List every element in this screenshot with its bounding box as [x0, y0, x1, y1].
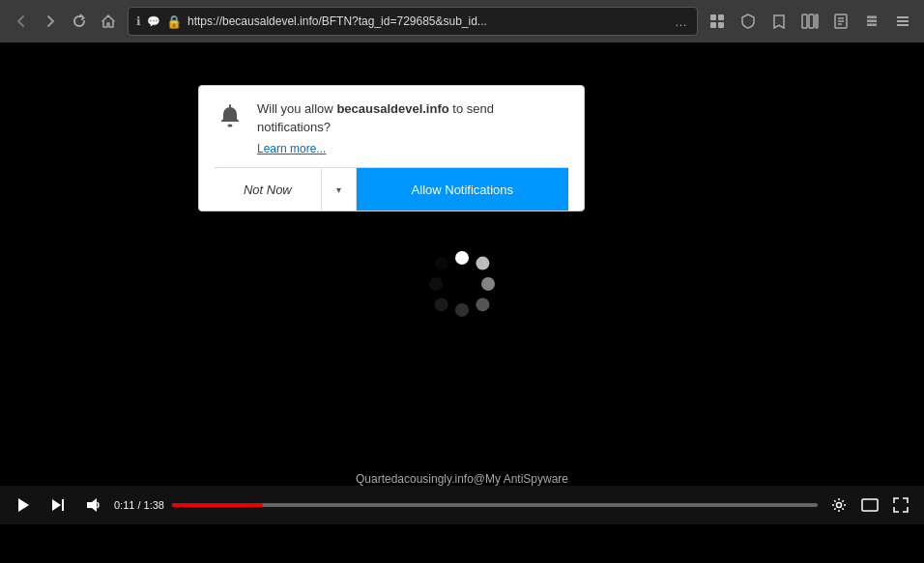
svg-rect-28 [62, 499, 64, 511]
volume-button[interactable] [79, 492, 106, 519]
svg-point-19 [476, 256, 489, 269]
svg-point-18 [455, 251, 469, 265]
nav-buttons [8, 8, 122, 35]
back-button[interactable] [8, 8, 35, 35]
more-icon[interactable]: … [675, 14, 689, 29]
svg-point-30 [837, 503, 842, 508]
svg-point-20 [481, 277, 495, 291]
bookmark-icon[interactable] [765, 8, 793, 35]
url-display: https://becausaldevel.info/BFTN?tag_id=7… [188, 14, 669, 28]
svg-point-24 [429, 277, 443, 291]
right-controls [825, 492, 914, 519]
svg-marker-29 [87, 498, 97, 512]
chevron-down-icon: ▾ [336, 184, 341, 195]
settings-button[interactable] [825, 492, 852, 519]
svg-rect-1 [718, 14, 724, 20]
allow-notifications-button[interactable]: Allow Notifications [357, 168, 568, 211]
home-button[interactable] [95, 8, 122, 35]
learn-more-link[interactable]: Learn more... [257, 142, 568, 155]
reload-button[interactable] [66, 8, 93, 35]
fullscreen-button[interactable] [887, 492, 914, 519]
svg-rect-31 [862, 499, 878, 511]
svg-point-22 [455, 303, 469, 317]
forward-button[interactable] [37, 8, 64, 35]
popup-message: Will you allow becausaldevel.info to sen… [257, 99, 568, 155]
popup-header: Will you allow becausaldevel.info to sen… [215, 99, 568, 155]
notification-bell-popup-icon [215, 101, 245, 132]
svg-point-25 [435, 256, 448, 269]
loading-spinner [428, 250, 496, 318]
theater-button[interactable] [856, 492, 883, 519]
container-icon[interactable] [704, 8, 731, 35]
progress-bar[interactable] [172, 503, 818, 507]
watermark-text: Quartedacousingly.info@My AntiSpyware [356, 472, 568, 486]
svg-marker-26 [18, 498, 29, 512]
svg-rect-3 [718, 22, 724, 28]
svg-point-21 [476, 297, 489, 311]
not-now-button[interactable]: Not Now [215, 168, 322, 211]
svg-point-23 [435, 297, 448, 311]
reader-icon[interactable] [827, 8, 854, 35]
video-controls: 0:11 / 1:38 [0, 486, 924, 524]
browser-toolbar: ℹ 💬 🔒 https://becausaldevel.info/BFTN?ta… [0, 0, 924, 42]
popup-domain: becausaldevel.info [336, 101, 448, 116]
svg-marker-27 [52, 499, 61, 511]
lock-icon: 🔒 [166, 14, 182, 29]
notification-bell-icon: 💬 [147, 15, 160, 28]
menu-button[interactable] [889, 8, 916, 35]
svg-rect-4 [802, 14, 807, 28]
library-icon[interactable] [796, 8, 823, 35]
info-icon: ℹ [136, 14, 141, 28]
extensions-button[interactable] [858, 8, 885, 35]
popup-text: Will you allow becausaldevel.info to sen… [257, 101, 494, 134]
progress-fill [172, 503, 263, 507]
not-now-dropdown-button[interactable]: ▾ [322, 168, 357, 211]
svg-rect-2 [710, 22, 716, 28]
svg-rect-6 [816, 14, 818, 28]
notification-popup: Will you allow becausaldevel.info to sen… [198, 85, 585, 211]
svg-point-17 [228, 125, 233, 127]
address-bar[interactable]: ℹ 💬 🔒 https://becausaldevel.info/BFTN?ta… [128, 7, 698, 36]
time-display: 0:11 / 1:38 [114, 499, 164, 511]
popup-buttons: Not Now ▾ Allow Notifications [215, 167, 568, 211]
shield-icon[interactable] [735, 8, 762, 35]
svg-rect-5 [809, 14, 814, 28]
toolbar-icons [704, 8, 916, 35]
play-button[interactable] [10, 492, 37, 519]
next-button[interactable] [44, 492, 72, 519]
svg-rect-0 [710, 14, 716, 20]
